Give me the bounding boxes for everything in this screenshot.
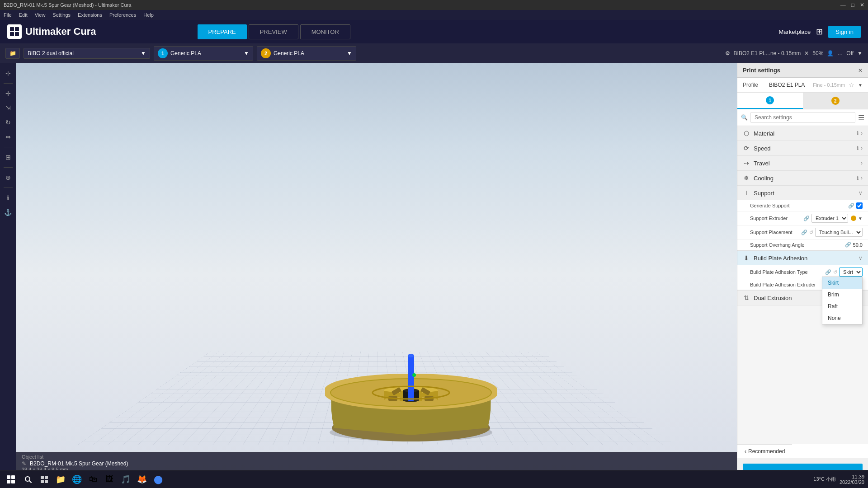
build-plate-type-link[interactable]: 🔗 bbox=[825, 269, 831, 275]
speed-section-title: Speed bbox=[754, 145, 853, 152]
anchor-tool[interactable]: ⚓ bbox=[2, 206, 14, 219]
menu-help[interactable]: Help bbox=[143, 12, 154, 18]
support-placement-select[interactable]: Touching Buil... bbox=[815, 228, 863, 237]
recommended-button[interactable]: ‹ Recommended bbox=[737, 444, 792, 458]
minimize-button[interactable]: — bbox=[840, 2, 846, 8]
titlebar: B2DO_RM-01 Mk.5 Spur Gear (Meshed) - Ult… bbox=[0, 0, 868, 10]
cooling-info-icon[interactable]: ℹ bbox=[857, 175, 859, 181]
close-panel-button[interactable]: ✕ bbox=[858, 67, 863, 74]
speed-chevron[interactable]: › bbox=[861, 145, 863, 151]
settings-menu-icon[interactable]: ☰ bbox=[858, 113, 864, 122]
build-plate-type-reset[interactable]: ↺ bbox=[833, 269, 837, 275]
extruder2-badge: 2 bbox=[261, 48, 271, 58]
build-plate-chevron[interactable]: ∨ bbox=[859, 255, 863, 261]
extruder2-tab[interactable]: 2 bbox=[803, 93, 868, 109]
cooling-chevron[interactable]: › bbox=[861, 175, 863, 181]
svg-rect-21 bbox=[7, 475, 10, 479]
person-icon: 👤 bbox=[827, 50, 834, 56]
travel-chevron[interactable]: › bbox=[861, 160, 863, 166]
support-chevron[interactable]: ∨ bbox=[859, 190, 863, 196]
profile-star-button[interactable]: ☆ bbox=[849, 81, 854, 89]
viewport[interactable]: Object list ✎ B2DO_RM-01 Mk.5 Spur Gear … bbox=[16, 63, 737, 488]
generate-support-checkbox[interactable] bbox=[856, 202, 863, 209]
option-raft[interactable]: Raft bbox=[822, 300, 862, 312]
support-placement-link[interactable]: 🔗 bbox=[801, 230, 807, 235]
taskbar-spotify[interactable]: 🎵 bbox=[119, 473, 132, 486]
prepare-button[interactable]: PREPARE bbox=[198, 24, 247, 39]
maximize-button[interactable]: □ bbox=[851, 2, 854, 8]
support-extruder-link[interactable]: 🔗 bbox=[803, 216, 810, 221]
settings-icon: ⚙ bbox=[725, 50, 730, 56]
start-button[interactable] bbox=[4, 472, 18, 487]
profile-value: BIBO2 E1 PLA bbox=[769, 82, 809, 88]
generate-support-link-icon[interactable]: 🔗 bbox=[848, 203, 854, 209]
speed-info-icon[interactable]: ℹ bbox=[857, 145, 859, 151]
build-plate-type-row: Build Plate Adhesion Type 🔗 ↺ Skirt Skir… bbox=[737, 265, 868, 279]
travel-section-title: Travel bbox=[754, 160, 857, 167]
profile-placeholder: Fine - 0.15mm bbox=[813, 82, 845, 88]
select-tool[interactable]: ⊹ bbox=[2, 67, 14, 80]
material-info-icon[interactable]: ℹ bbox=[857, 130, 859, 136]
option-none[interactable]: None bbox=[822, 312, 862, 324]
printer-name: BIBO 2 dual official bbox=[28, 50, 74, 56]
apps-icon[interactable]: ⊞ bbox=[816, 27, 823, 37]
preview-button[interactable]: PREVIEW bbox=[249, 24, 298, 39]
support-placement-reset[interactable]: ↺ bbox=[809, 230, 813, 235]
support-placement-actions: 🔗 ↺ bbox=[801, 230, 813, 235]
signin-button[interactable]: Sign in bbox=[828, 26, 861, 38]
material-chevron[interactable]: › bbox=[861, 130, 863, 136]
support-overhang-row: Support Overhang Angle 🔗 50.0 bbox=[737, 239, 868, 250]
build-plate-type-select[interactable]: Skirt bbox=[839, 267, 863, 277]
mirror-tool[interactable]: ⇔ bbox=[2, 131, 14, 143]
taskbar-chrome[interactable]: ⬤ bbox=[152, 473, 165, 486]
taskbar-store[interactable]: 🛍 bbox=[87, 473, 99, 486]
cooling-section-header[interactable]: ❄ Cooling ℹ › bbox=[737, 171, 868, 185]
menu-edit[interactable]: Edit bbox=[19, 12, 28, 18]
extruder2-selector[interactable]: 2 Generic PLA ▼ bbox=[257, 46, 356, 61]
object-name: B2DO_RM-01 Mk.5 Spur Gear (Meshed) bbox=[30, 460, 128, 467]
cooling-section-title: Cooling bbox=[754, 175, 853, 182]
extruder1-material: Generic PLA bbox=[170, 50, 201, 56]
search-bar: 🔍 ☰ bbox=[737, 109, 868, 126]
taskbar-search-button[interactable] bbox=[22, 473, 34, 486]
support-section-header[interactable]: ⊥ Support ∨ bbox=[737, 186, 868, 200]
extruder-dropdown-arrow[interactable]: ▼ bbox=[858, 216, 863, 221]
support-overhang-link[interactable]: 🔗 bbox=[845, 242, 851, 248]
option-brim[interactable]: Brim bbox=[822, 289, 862, 300]
taskbar-file-explorer[interactable]: 📁 bbox=[54, 473, 67, 486]
extruder1-tab[interactable]: 1 bbox=[737, 93, 803, 109]
taskbar-task-view[interactable] bbox=[38, 473, 51, 486]
zoom-in-tool[interactable]: ⊕ bbox=[2, 171, 14, 184]
extruder1-badge: 1 bbox=[158, 48, 168, 58]
search-input[interactable] bbox=[750, 112, 855, 123]
move-tool[interactable]: ✛ bbox=[2, 87, 14, 100]
rotate-tool[interactable]: ↻ bbox=[2, 116, 14, 129]
build-plate-section-header[interactable]: ⬇ Build Plate Adhesion ∨ bbox=[737, 251, 868, 265]
profile-dropdown-arrow[interactable]: ▼ bbox=[858, 83, 863, 88]
menu-extensions[interactable]: Extensions bbox=[78, 12, 102, 18]
taskbar-firefox[interactable]: 🦊 bbox=[136, 473, 148, 486]
menu-settings[interactable]: Settings bbox=[52, 12, 71, 18]
option-skirt[interactable]: Skirt bbox=[822, 277, 862, 289]
arrange-tool[interactable]: ⊞ bbox=[2, 151, 14, 164]
support-extruder-select[interactable]: Extruder 1 bbox=[811, 214, 848, 223]
material-section-header[interactable]: ⬡ Material ℹ › bbox=[737, 126, 868, 141]
monitor-button[interactable]: MONITOR bbox=[300, 24, 350, 39]
travel-section-header[interactable]: ⇢ Travel › bbox=[737, 156, 868, 170]
menu-view[interactable]: View bbox=[35, 12, 46, 18]
menu-file[interactable]: File bbox=[4, 12, 12, 18]
taskbar-photos[interactable]: 🖼 bbox=[103, 473, 116, 486]
extruder1-selector[interactable]: 1 Generic PLA ▼ bbox=[154, 46, 253, 61]
close-button[interactable]: ✕ bbox=[860, 2, 864, 8]
menu-preferences[interactable]: Preferences bbox=[109, 12, 136, 18]
scale-tool[interactable]: ⇲ bbox=[2, 102, 14, 114]
generate-support-actions: 🔗 bbox=[848, 203, 854, 209]
info-tool[interactable]: ℹ bbox=[2, 192, 14, 204]
speed-section-header[interactable]: ⟳ Speed ℹ › bbox=[737, 141, 868, 155]
printer-selector[interactable]: BIBO 2 dual official ▼ bbox=[24, 48, 150, 59]
profile-row: Profile BIBO2 E1 PLA Fine - 0.15mm ☆ ▼ bbox=[737, 78, 868, 93]
generate-support-row: Generate Support 🔗 bbox=[737, 200, 868, 211]
taskbar-edge[interactable]: 🌐 bbox=[71, 473, 83, 486]
open-file-button[interactable]: 📁 bbox=[5, 48, 20, 59]
marketplace-button[interactable]: Marketplace bbox=[778, 28, 811, 35]
